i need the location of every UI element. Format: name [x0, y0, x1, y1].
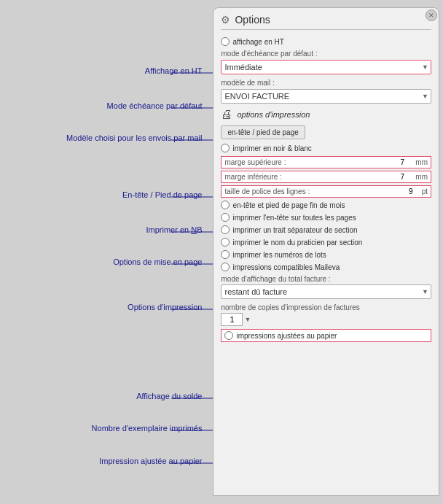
label-options-mise-en-page: Options de mise en page [113, 257, 202, 266]
taille-police-label: taille de police des lignes : [224, 187, 399, 195]
label-imprimer-nb: Imprimer en NB [146, 225, 202, 234]
mode-affichage-label: mode d'affichage du total facture : [221, 275, 431, 283]
imprimer-nb-radio[interactable] [221, 144, 230, 152]
copies-section: nombre de copies d'impression de facture… [221, 303, 431, 326]
print-option-radio-4[interactable] [221, 250, 230, 259]
entete-button[interactable]: en-tête / pied de page [221, 125, 305, 139]
print-option-2: imprimer un trait séparateur de section [221, 225, 431, 234]
left-labels-panel: Affichage en HT Mode échéance par défaut… [0, 0, 213, 504]
copies-input[interactable] [221, 313, 243, 326]
mode-echeance-section: mode d'échéance par défaut : Immédiate ▼ [221, 50, 431, 74]
options-panel: ✕ ⚙ Options affichage en HT mode d'échéa… [213, 7, 439, 496]
label-entete-pied: En-tête / Pied de page [122, 190, 202, 199]
mode-affichage-dropdown-container: restant dû facture ▼ [221, 284, 431, 299]
label-affichage-ht: Affichage en HT [145, 66, 203, 75]
print-option-radio-2[interactable] [221, 225, 230, 234]
mode-affichage-section: mode d'affichage du total facture : rest… [221, 275, 431, 299]
print-section-title: options d'impression [237, 110, 310, 119]
print-option-label-1: imprimer l'en-tête sur toutes les pages [232, 214, 356, 222]
impressions-ajustees-label: impressions ajustées au papier [236, 332, 337, 340]
print-option-label-4: imprimer les numéros de lots [232, 251, 326, 259]
label-options-impression: Options d'impression [128, 303, 202, 311]
print-option-3: imprimer le nom du praticien par section [221, 238, 431, 247]
marge-inf-input[interactable] [392, 173, 412, 181]
impressions-ajustees-radio[interactable] [224, 331, 233, 340]
print-option-radio-0[interactable] [221, 201, 230, 209]
label-impression-ajustee: Impression ajustée au papier [99, 457, 202, 465]
affichage-ht-radio[interactable] [221, 37, 230, 46]
imprimer-nb-row: imprimer en noir & blanc [221, 144, 431, 152]
modele-mail-label: modèle de mail : [221, 79, 431, 87]
taille-police-row: taille de police des lignes : pt [221, 185, 431, 198]
print-section-header: 🖨 options d'impression [221, 108, 431, 121]
print-option-label-3: imprimer le nom du praticien par section [232, 239, 362, 247]
label-modele-mail: Modèle choisi pour les envois par mail [66, 133, 202, 142]
close-button[interactable]: ✕ [426, 9, 437, 21]
copies-row: ▼ [221, 313, 431, 326]
taille-police-input[interactable] [403, 187, 419, 195]
print-option-radio-5[interactable] [221, 263, 230, 271]
copies-label: nombre de copies d'impression de facture… [221, 303, 431, 311]
mode-echeance-select[interactable]: Immédiate [221, 60, 431, 74]
print-option-label-0: en-tête et pied de page fin de mois [232, 201, 345, 209]
marge-sup-input[interactable] [392, 158, 412, 166]
marge-inf-row: marge inférieure : mm [221, 171, 431, 183]
options-title: Options [235, 14, 270, 26]
print-option-1: imprimer l'en-tête sur toutes les pages [221, 213, 431, 222]
label-affichage-solde: Affichage du solde [136, 392, 202, 400]
gear-icon: ⚙ [221, 14, 230, 26]
marge-sup-row: marge supérieure : mm [221, 156, 431, 168]
affichage-ht-label: affichage en HT [232, 38, 283, 46]
affichage-ht-row: affichage en HT [221, 37, 431, 46]
options-header: ⚙ Options [221, 14, 431, 30]
print-option-radio-1[interactable] [221, 213, 230, 222]
print-option-label-5: impressions compatibles Maileva [232, 263, 340, 271]
mode-echeance-label: mode d'échéance par défaut : [221, 50, 431, 58]
main-container: Affichage en HT Mode échéance par défaut… [0, 0, 443, 504]
marge-inf-label: marge inférieure : [224, 173, 389, 181]
marge-sup-label: marge supérieure : [224, 158, 389, 166]
modele-mail-section: modèle de mail : ENVOI FACTURE ▼ [221, 79, 431, 104]
printer-icon: 🖨 [221, 108, 232, 121]
mode-affichage-select[interactable]: restant dû facture [221, 284, 431, 299]
print-options-list: en-tête et pied de page fin de mois impr… [221, 201, 431, 271]
print-option-label-2: imprimer un trait séparateur de section [232, 226, 357, 234]
label-mode-echeance: Mode échéance par défaut [107, 101, 203, 110]
impressions-ajustees-row: impressions ajustées au papier [221, 329, 431, 342]
marge-inf-unit: mm [415, 173, 428, 181]
modele-mail-select[interactable]: ENVOI FACTURE [221, 89, 431, 104]
marge-sup-unit: mm [415, 158, 428, 166]
copies-arrow-icon: ▼ [244, 316, 251, 323]
print-option-0: en-tête et pied de page fin de mois [221, 201, 431, 209]
print-option-radio-3[interactable] [221, 238, 230, 247]
copies-input-container: ▼ [221, 313, 251, 326]
mode-echeance-dropdown-container: Immédiate ▼ [221, 60, 431, 74]
modele-mail-dropdown-container: ENVOI FACTURE ▼ [221, 89, 431, 104]
label-nb-exemplaires: Nombre d'exemplaire imprimés [92, 424, 203, 433]
print-option-5: impressions compatibles Maileva [221, 263, 431, 271]
taille-police-unit: pt [422, 187, 428, 195]
print-option-4: imprimer les numéros de lots [221, 250, 431, 259]
imprimer-nb-label: imprimer en noir & blanc [232, 144, 311, 152]
